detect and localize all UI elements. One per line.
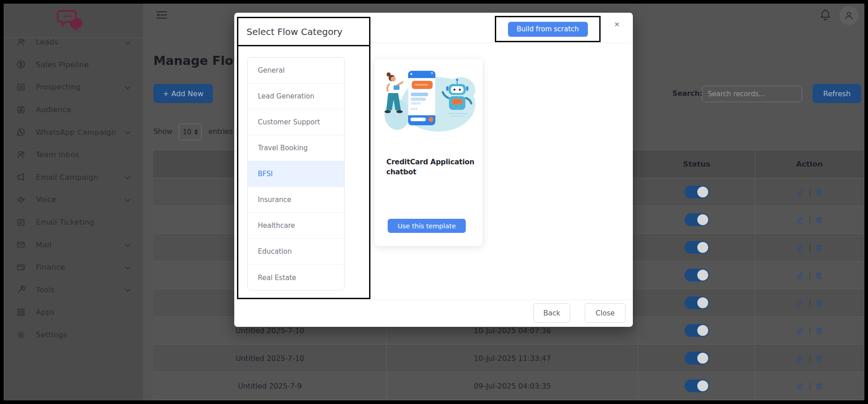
status-toggle[interactable] (685, 324, 709, 337)
category-item-customer-support[interactable]: Customer Support (248, 109, 344, 135)
use-this-template-button[interactable]: Use this template (388, 219, 466, 233)
delete-icon[interactable] (815, 188, 823, 196)
refresh-button[interactable]: Refresh (813, 84, 861, 103)
category-item-education[interactable]: Education (248, 239, 344, 265)
flow-name-cell: Untitled 2025-7-10 (153, 345, 386, 372)
delete-icon[interactable] (815, 355, 823, 362)
table-row: Untitled 2025-7-9 09-Jul-2025 04:03:35 | (153, 372, 863, 400)
mail-icon (16, 240, 26, 250)
delete-icon[interactable] (815, 299, 823, 307)
edit-icon[interactable] (796, 243, 804, 251)
sidebar-item-label: Finance (36, 263, 65, 271)
delete-icon[interactable] (815, 216, 823, 224)
sidebar-item-voice[interactable]: Voice (0, 188, 143, 211)
edit-icon[interactable] (796, 216, 804, 224)
delete-icon[interactable] (815, 271, 823, 279)
sidebar-item-mail[interactable]: Mail (0, 233, 143, 256)
page-size-value: 10 (182, 128, 191, 136)
status-toggle[interactable] (685, 213, 709, 226)
category-item-lead-generation[interactable]: Lead Generation (248, 84, 344, 109)
status-toggle[interactable] (685, 186, 709, 198)
sidebar-collapse-icon[interactable] (156, 10, 168, 20)
col-header-action[interactable]: Action (755, 150, 863, 178)
app-window: Leads Sales Pipeline Prospecting Audienc… (0, 0, 868, 404)
select-flow-category-modal: ✕ Build from scratch Select Flow Categor… (234, 13, 633, 327)
show-label: Show (153, 128, 173, 136)
modal-title: Select Flow Category (238, 18, 369, 46)
category-item-general[interactable]: General (248, 58, 344, 84)
tools-icon (16, 285, 26, 295)
prospecting-icon (16, 82, 26, 92)
toggle-knob (697, 297, 708, 308)
edit-icon[interactable] (796, 299, 804, 307)
category-item-travel-booking[interactable]: Travel Booking (248, 135, 344, 161)
edit-icon[interactable] (796, 326, 804, 335)
notifications-bell-icon[interactable] (820, 9, 832, 23)
status-toggle[interactable] (685, 296, 709, 309)
status-toggle[interactable] (685, 269, 709, 281)
search-label: Search: (672, 89, 702, 98)
modal-close-x-icon[interactable]: ✕ (608, 16, 626, 33)
sidebar-item-label: Audience (36, 105, 71, 114)
sidebar-item-label: Leads (36, 38, 58, 46)
sidebar-item-finance[interactable]: Finance (0, 256, 143, 279)
edit-icon[interactable] (796, 271, 804, 279)
action-separator: | (809, 243, 811, 251)
search-input[interactable] (702, 86, 802, 102)
add-new-button[interactable]: + Add New (153, 84, 213, 103)
chevron-down-icon (125, 128, 130, 137)
sidebar-item-label: Tools (36, 286, 55, 294)
page-title: Manage Flow (153, 54, 245, 68)
build-from-scratch-button[interactable]: Build from scratch (508, 22, 588, 37)
category-item-real-estate[interactable]: Real Estate (248, 265, 344, 291)
category-item-healthcare[interactable]: Healthcare (248, 213, 344, 239)
sidebar-item-apps[interactable]: Apps (0, 301, 143, 324)
status-toggle[interactable] (685, 379, 709, 392)
close-button[interactable]: Close (585, 303, 626, 323)
action-separator: | (809, 271, 811, 279)
sidebar-item-label: Email Campaign (36, 173, 99, 182)
page-size-select[interactable]: 10 (179, 123, 202, 140)
created-at-cell: 10-Jul-2025 11:33:47 (386, 345, 638, 372)
sidebar-item-settings[interactable]: Settings (0, 324, 143, 346)
col-header-status[interactable]: Status (638, 150, 755, 178)
category-item-insurance[interactable]: Insurance (248, 187, 344, 213)
sidebar-item-prospecting[interactable]: Prospecting (0, 76, 143, 99)
sidebar-item-whatsapp-campaign[interactable]: WhatsApp Campaign (0, 121, 143, 143)
flow-name-cell: Untitled 2025-7-9 (153, 372, 386, 399)
back-button[interactable]: Back (533, 303, 570, 323)
select-arrows-icon (194, 129, 198, 135)
leads-icon (16, 37, 26, 47)
edit-icon[interactable] (796, 354, 804, 362)
sidebar-item-label: Sales Pipeline (36, 60, 89, 69)
sidebar-item-label: Team Inbox (36, 150, 79, 159)
sidebar-item-label: Settings (36, 330, 67, 339)
delete-icon[interactable] (815, 382, 823, 390)
template-title: CreditCard Application chatbot (386, 157, 477, 177)
delete-icon[interactable] (815, 327, 823, 335)
user-avatar[interactable] (839, 6, 858, 25)
status-toggle[interactable] (685, 241, 709, 254)
sidebar-item-tools[interactable]: Tools (0, 279, 143, 301)
edit-icon[interactable] (796, 188, 804, 196)
action-separator: | (809, 216, 811, 224)
sidebar-item-leads[interactable]: Leads (0, 31, 143, 54)
chat-bubbles-logo-icon (57, 7, 87, 32)
sidebar-item-sales-pipeline[interactable]: Sales Pipeline (0, 54, 143, 76)
sidebar-item-email-campaign[interactable]: Email Campaign (0, 166, 143, 189)
chevron-down-icon (125, 38, 130, 46)
created-at-cell: 09-Jul-2025 04:03:35 (386, 372, 638, 399)
sidebar-item-audience[interactable]: Audience (0, 99, 143, 121)
user-icon (844, 10, 854, 20)
toggle-knob (697, 242, 708, 253)
app-logo[interactable] (0, 5, 143, 34)
category-item-bfsi-selected[interactable]: BFSI (248, 161, 344, 187)
status-toggle[interactable] (685, 352, 709, 365)
sidebar-item-email-ticketing[interactable]: Email Ticketing (0, 211, 143, 234)
template-card[interactable]: CreditCard Application chatbot Use this … (375, 59, 483, 246)
edit-icon[interactable] (796, 382, 804, 390)
template-illustration (380, 68, 477, 137)
delete-icon[interactable] (815, 244, 823, 251)
sidebar-item-team-inbox[interactable]: Team Inbox (0, 143, 143, 166)
sidebar-item-label: WhatsApp Campaign (36, 128, 116, 137)
